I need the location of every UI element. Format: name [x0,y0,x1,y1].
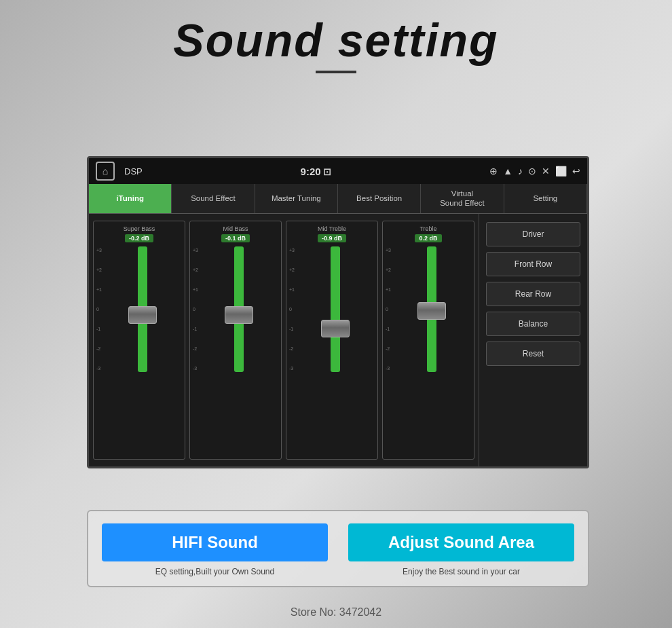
treble4-scale-plus2: +2 [386,267,391,272]
mid-treble-thumb[interactable] [321,320,350,337]
status-bar-left: ⌂ DSP [96,162,143,181]
super-bass-label: Super Bass [124,225,155,232]
charging-icon: ⊡ [323,166,331,177]
treble-scale-minus1: -1 [289,327,295,331]
tab-best-position[interactable]: Best Position [338,184,421,213]
scale-plus3: +3 [96,248,102,253]
store-label: Store No: 3472042 [0,606,672,618]
tab-bar: iTuning Sound Effect Master Tuning Best … [89,184,587,214]
scale-minus2: -2 [96,346,102,351]
mid-scale-minus2: -2 [193,346,198,351]
eq-channel-super-bass: Super Bass -0.2 dB +3 +2 +1 0 -1 -2 -3 [93,221,185,460]
title-area: Sound setting [0,14,672,73]
tab-ituning[interactable]: iTuning [89,184,172,213]
scale-plus2: +2 [96,267,102,272]
wifi-icon: ▲ [503,166,512,177]
treble-scale-minus3: -3 [289,366,295,371]
tab-setting[interactable]: Setting [504,184,587,213]
eq-section: Super Bass -0.2 dB +3 +2 +1 0 -1 -2 -3 [89,214,479,466]
bottom-banner: HIFI Sound EQ setting,Built your Own Sou… [87,510,589,587]
tab-virtual-sound-effect[interactable]: VirtualSound Effect [421,184,504,213]
eq-channel-mid-treble: Mid Treble -0.9 dB +3 +2 +1 0 -1 -2 -3 [286,221,378,460]
mid-bass-label: Mid Bass [223,225,248,232]
super-bass-thumb[interactable] [128,306,157,324]
treble-scale-zero: 0 [289,307,295,312]
hifi-sound-desc: EQ setting,Built your Own Sound [155,567,274,576]
status-bar: ⌂ DSP 9:20 ⊡ ⊕ ▲ ♪ ⊙ ✕ ⬜ ↩ [89,158,587,184]
dsp-label: DSP [124,166,143,177]
mid-treble-green-bar [331,246,340,372]
mid-scale-plus1: +1 [193,287,198,292]
treble-db: 0.2 dB [415,234,441,242]
time-display: 9:20 [301,166,321,177]
treble4-scale-zero: 0 [386,307,391,312]
status-bar-center: 9:20 ⊡ [301,166,332,177]
back-icon: ↩ [572,166,580,177]
volume-icon: ♪ [518,166,523,177]
mid-scale-plus2: +2 [193,267,198,272]
treble-scale-plus1: +1 [289,287,295,292]
mid-scale-minus1: -1 [193,327,198,331]
title-divider [316,71,356,73]
scale-plus1: +1 [96,287,102,292]
balance-button[interactable]: Balance [486,312,580,336]
rear-row-button[interactable]: Rear Row [486,282,580,306]
mid-scale-zero: 0 [193,307,198,312]
mid-bass-thumb[interactable] [225,306,253,324]
scale-minus1: -1 [96,327,102,331]
mid-treble-track [297,246,375,372]
super-bass-track [104,246,182,372]
treble-thumb[interactable] [417,302,446,320]
main-content: Super Bass -0.2 dB +3 +2 +1 0 -1 -2 -3 [89,214,587,466]
treble-scale-plus3: +3 [289,248,295,253]
eq-channel-mid-bass: Mid Bass -0.1 dB +3 +2 +1 0 -1 -2 -3 [189,221,282,460]
treble4-scale-plus1: +1 [386,287,391,292]
treble4-scale-minus3: -3 [386,366,391,371]
treble-scale-plus2: +2 [289,267,295,272]
scale-minus3: -3 [96,366,102,371]
mid-scale-minus3: -3 [193,366,198,371]
treble-scale-minus2: -2 [289,346,295,351]
tab-master-tuning[interactable]: Master Tuning [255,184,338,213]
close-icon: ✕ [542,166,550,177]
hifi-sound-label: HIFI Sound [172,533,258,551]
window-icon: ⬜ [555,166,567,177]
adjust-sound-item: Adjust Sound Area Enjoy the Best sound i… [348,523,574,576]
mid-scale-plus3: +3 [193,248,198,253]
treble4-scale-minus2: -2 [386,346,391,351]
reset-button[interactable]: Reset [486,341,580,366]
page-title: Sound setting [0,14,672,67]
driver-button[interactable]: Driver [486,222,580,246]
adjust-sound-label: Adjust Sound Area [388,533,534,551]
scale-zero: 0 [96,307,102,312]
super-bass-db: -0.2 dB [125,234,153,242]
device-screen: ⌂ DSP 9:20 ⊡ ⊕ ▲ ♪ ⊙ ✕ ⬜ ↩ iTuning Sound… [87,156,589,468]
treble4-scale-minus1: -1 [386,327,391,331]
treble-label: Treble [419,225,436,232]
hifi-sound-button[interactable]: HIFI Sound [102,523,328,561]
adjust-sound-button[interactable]: Adjust Sound Area [348,523,574,561]
right-panel: Driver Front Row Rear Row Balance Reset [479,214,587,466]
hifi-sound-item: HIFI Sound EQ setting,Built your Own Sou… [102,523,328,576]
mid-bass-db: -0.1 dB [221,234,250,242]
mid-treble-db: -0.9 dB [318,234,346,242]
mid-bass-track [200,246,278,372]
front-row-button[interactable]: Front Row [486,252,580,276]
home-button[interactable]: ⌂ [96,162,115,181]
treble4-scale-plus3: +3 [386,248,391,253]
camera-icon: ⊙ [528,166,536,177]
location-icon: ⊕ [489,166,498,177]
adjust-sound-desc: Enjoy the Best sound in your car [403,567,520,576]
tab-sound-effect[interactable]: Sound Effect [172,184,255,213]
eq-channel-treble: Treble 0.2 dB +3 +2 +1 0 -1 -2 -3 [382,221,474,460]
mid-treble-label: Mid Treble [318,225,346,232]
treble-track [393,246,471,372]
status-bar-right: ⊕ ▲ ♪ ⊙ ✕ ⬜ ↩ [489,166,580,177]
